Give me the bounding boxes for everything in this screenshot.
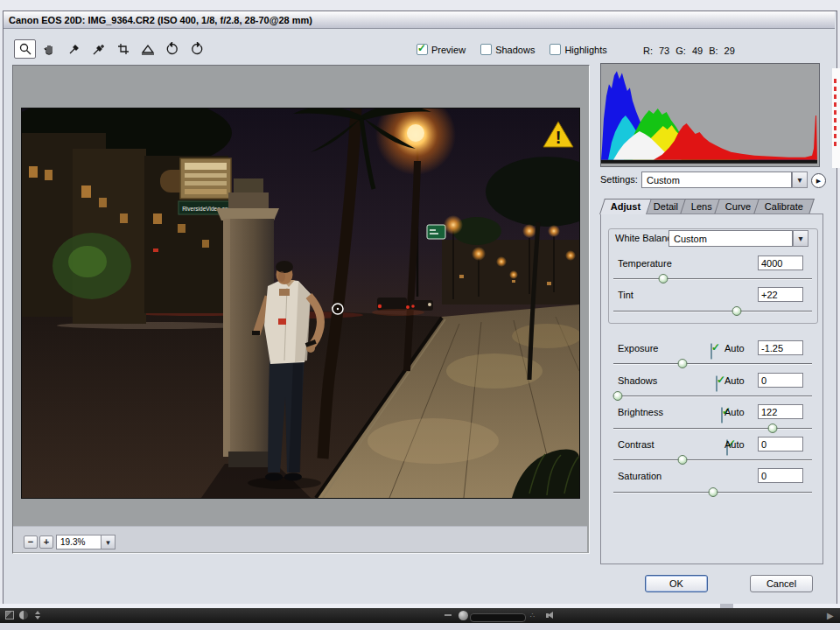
rotate-right-button[interactable] bbox=[186, 39, 207, 59]
saturation-input[interactable] bbox=[758, 468, 803, 483]
brightness-slider-thumb[interactable] bbox=[767, 424, 777, 433]
shadows-auto-checkbox[interactable] bbox=[716, 375, 718, 392]
exposure-auto-checkbox[interactable] bbox=[710, 343, 712, 360]
shadows-checkbox-row: Shadows bbox=[480, 44, 535, 55]
contrast-slider[interactable] bbox=[613, 455, 812, 465]
white-balance-tool-button[interactable] bbox=[63, 39, 85, 59]
player-resize-icon[interactable] bbox=[33, 611, 42, 620]
white-balance-dropdown-arrow[interactable]: ▾ bbox=[793, 230, 808, 247]
contrast-input[interactable] bbox=[758, 437, 803, 452]
temperature-label: Temperature bbox=[618, 258, 672, 269]
tint-slider-thumb[interactable] bbox=[732, 306, 741, 316]
tint-slider[interactable] bbox=[613, 306, 812, 316]
settings-dropdown-arrow[interactable]: ▾ bbox=[792, 172, 808, 188]
contrast-label: Contrast bbox=[618, 439, 654, 450]
shadows-slider[interactable] bbox=[613, 391, 812, 401]
tint-input[interactable] bbox=[758, 287, 803, 302]
image-preview[interactable]: RiversideVideo.com bbox=[21, 108, 580, 499]
exposure-auto-label: Auto bbox=[724, 343, 745, 354]
brightness-label: Brightness bbox=[618, 407, 663, 417]
settings-dropdown[interactable]: Custom bbox=[641, 172, 792, 188]
window-title: Canon EOS 20D: IMG_9364.CR2 (ISO 400, 1/… bbox=[9, 15, 312, 25]
hand-tool-button[interactable] bbox=[38, 39, 60, 59]
shadows-label: Shadows bbox=[618, 375, 657, 386]
player-clip-icon[interactable] bbox=[5, 611, 14, 620]
shadows-checkbox-label: Shadows bbox=[495, 45, 535, 55]
histogram-red-layer bbox=[654, 116, 817, 160]
brightness-slider[interactable] bbox=[613, 424, 812, 433]
tab-strip: Adjust Detail Lens Curve Calibrate bbox=[602, 199, 824, 214]
saturation-slider-thumb[interactable] bbox=[708, 487, 718, 497]
zoom-tool-button[interactable] bbox=[14, 39, 36, 59]
flyout-menu-button[interactable]: ▶ bbox=[811, 173, 826, 188]
brightness-input[interactable] bbox=[758, 404, 803, 419]
zoom-in-button[interactable]: + bbox=[39, 536, 53, 549]
rotate-ccw-icon bbox=[165, 42, 179, 56]
settings-label: Settings: bbox=[600, 174, 638, 185]
player-minus-icon[interactable] bbox=[444, 614, 452, 616]
temperature-slider-thumb[interactable] bbox=[658, 274, 668, 284]
brightness-auto-label: Auto bbox=[724, 407, 745, 417]
b-label: B: bbox=[709, 46, 718, 56]
bottom-margin bbox=[0, 623, 840, 630]
exposure-slider-thumb[interactable] bbox=[678, 359, 688, 368]
straighten-tool-button[interactable] bbox=[136, 39, 158, 59]
brightness-auto-checkbox[interactable] bbox=[721, 407, 723, 424]
zoom-level-dropdown-arrow[interactable]: ▾ bbox=[101, 535, 116, 550]
r-label: R: bbox=[643, 46, 653, 56]
zoom-out-button[interactable]: − bbox=[24, 536, 38, 549]
straighten-icon bbox=[141, 42, 155, 56]
histogram-panel bbox=[600, 63, 820, 167]
highlights-checkbox-label: Highlights bbox=[564, 45, 606, 55]
shadows-checkbox[interactable] bbox=[480, 44, 492, 55]
toolbar bbox=[14, 39, 207, 57]
player-speaker-icon[interactable] bbox=[546, 612, 556, 620]
highlights-checkbox-row: Highlights bbox=[550, 44, 606, 55]
player-next-icon[interactable]: ▶ bbox=[827, 611, 834, 621]
cancel-button[interactable]: Cancel bbox=[750, 575, 813, 592]
camera-raw-screenshot: Canon EOS 20D: IMG_9364.CR2 (ISO 400, 1/… bbox=[0, 0, 840, 630]
ok-button[interactable]: OK bbox=[645, 575, 708, 592]
contrast-slider-thumb[interactable] bbox=[678, 455, 688, 465]
magnifier-icon bbox=[18, 42, 32, 56]
g-value: 49 bbox=[692, 46, 703, 56]
title-bar[interactable]: Canon EOS 20D: IMG_9364.CR2 (ISO 400, 1/… bbox=[4, 11, 835, 29]
exposure-input[interactable] bbox=[758, 340, 803, 355]
tab-adjust[interactable]: Adjust bbox=[599, 199, 652, 214]
g-label: G: bbox=[676, 46, 686, 56]
exposure-slider[interactable] bbox=[613, 359, 812, 368]
player-contrast-icon[interactable] bbox=[19, 611, 28, 620]
b-value: 29 bbox=[724, 46, 735, 56]
highlights-checkbox[interactable] bbox=[550, 44, 561, 55]
saturation-slider[interactable] bbox=[613, 487, 812, 497]
color-sampler-tool-button[interactable] bbox=[88, 39, 109, 59]
preview-checkbox-label: Preview bbox=[431, 45, 466, 55]
zoom-level-field[interactable]: 19.3% bbox=[56, 535, 102, 550]
temperature-slider[interactable] bbox=[613, 274, 812, 284]
rotate-cw-icon bbox=[190, 42, 204, 56]
tab-calibrate[interactable]: Calibrate bbox=[753, 199, 815, 214]
player-volume-knob[interactable] bbox=[458, 611, 468, 620]
cursor-crosshair bbox=[332, 304, 343, 314]
player-dots-icon: ∴ bbox=[530, 612, 536, 620]
histogram bbox=[601, 65, 817, 164]
shadows-input[interactable] bbox=[758, 373, 803, 388]
preview-checkbox[interactable] bbox=[416, 44, 428, 55]
shadows-slider-thumb[interactable] bbox=[612, 391, 622, 401]
exposure-label: Exposure bbox=[618, 343, 658, 354]
r-value: 73 bbox=[659, 46, 669, 56]
white-balance-dropdown[interactable]: Custom bbox=[668, 230, 793, 247]
crop-tool-button[interactable] bbox=[112, 39, 134, 59]
preview-checkbox-row: Preview bbox=[416, 44, 466, 55]
rgb-readout: R: 73 G: 49 B: 29 bbox=[643, 46, 735, 56]
warning-exclamation: ! bbox=[556, 128, 562, 147]
temperature-input[interactable] bbox=[758, 256, 803, 270]
contrast-auto-label: Auto bbox=[724, 439, 745, 450]
video-player-bar bbox=[0, 608, 840, 623]
player-left-controls bbox=[5, 611, 42, 620]
saturation-label: Saturation bbox=[618, 471, 662, 481]
player-volume-bar[interactable] bbox=[470, 613, 526, 622]
tint-label: Tint bbox=[618, 290, 634, 300]
rotate-left-button[interactable] bbox=[161, 39, 183, 59]
eyedropper-plus-icon bbox=[92, 42, 106, 56]
